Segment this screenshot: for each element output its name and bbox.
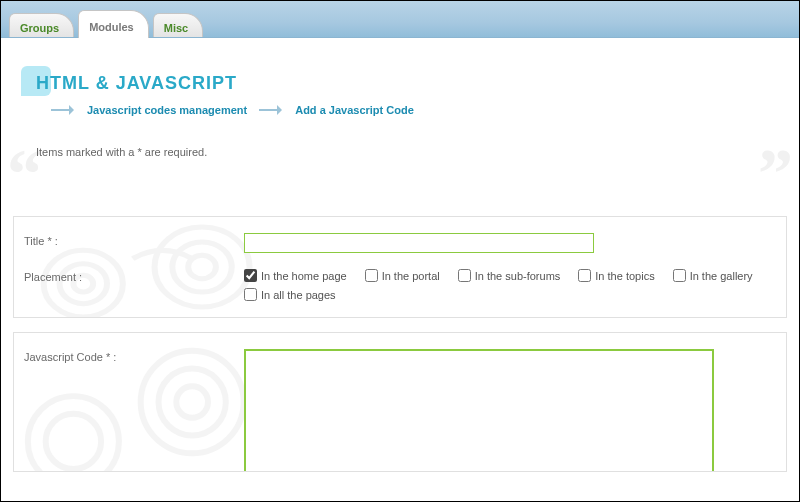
tab-modules[interactable]: Modules: [78, 10, 149, 38]
checkbox-item-portal[interactable]: In the portal: [365, 269, 440, 282]
breadcrumb-item-js-management[interactable]: Javascript codes management: [87, 104, 247, 116]
checkbox-portal[interactable]: [365, 269, 378, 282]
breadcrumb-item-add-code[interactable]: Add a Javascript Code: [295, 104, 414, 116]
checkbox-item-topics[interactable]: In the topics: [578, 269, 654, 282]
checkbox-label: In the gallery: [690, 270, 753, 282]
breadcrumb: Javascript codes management Add a Javasc…: [51, 104, 789, 116]
checkbox-item-all[interactable]: In all the pages: [244, 288, 336, 301]
form-section-basic: Title * : Placement : In the home page I…: [13, 216, 787, 318]
checkbox-home[interactable]: [244, 269, 257, 282]
checkbox-label: In all the pages: [261, 289, 336, 301]
tab-misc[interactable]: Misc: [153, 13, 203, 37]
tab-label: Groups: [20, 22, 59, 34]
checkbox-item-subforums[interactable]: In the sub-forums: [458, 269, 561, 282]
tab-label: Misc: [164, 22, 188, 34]
label-title: Title * :: [24, 233, 244, 253]
checkbox-subforums[interactable]: [458, 269, 471, 282]
label-js-code: Javascript Code * :: [24, 349, 244, 472]
required-note: Items marked with a * are required.: [36, 146, 207, 158]
page-title-block: HTML & JAVASCRIPT: [21, 66, 789, 96]
tab-groups[interactable]: Groups: [9, 13, 74, 37]
quote-close-icon: ”: [758, 156, 793, 191]
checkbox-item-gallery[interactable]: In the gallery: [673, 269, 753, 282]
tab-bar: Groups Modules Misc: [1, 1, 799, 38]
tab-label: Modules: [89, 21, 134, 33]
checkbox-topics[interactable]: [578, 269, 591, 282]
checkbox-all[interactable]: [244, 288, 257, 301]
checkbox-item-home[interactable]: In the home page: [244, 269, 347, 282]
form-section-code: Javascript Code * :: [13, 332, 787, 472]
quote-open-icon: “: [7, 156, 42, 191]
checkbox-label: In the sub-forums: [475, 270, 561, 282]
page-title: HTML & JAVASCRIPT: [36, 73, 237, 94]
checkbox-label: In the portal: [382, 270, 440, 282]
label-placement: Placement :: [24, 269, 244, 301]
checkbox-gallery[interactable]: [673, 269, 686, 282]
checkbox-label: In the topics: [595, 270, 654, 282]
arrow-right-icon: [51, 105, 79, 115]
javascript-code-input[interactable]: [244, 349, 714, 472]
checkbox-label: In the home page: [261, 270, 347, 282]
title-input[interactable]: [244, 233, 594, 253]
main-panel: HTML & JAVASCRIPT Javascript codes manag…: [1, 38, 799, 472]
arrow-right-icon: [259, 105, 287, 115]
